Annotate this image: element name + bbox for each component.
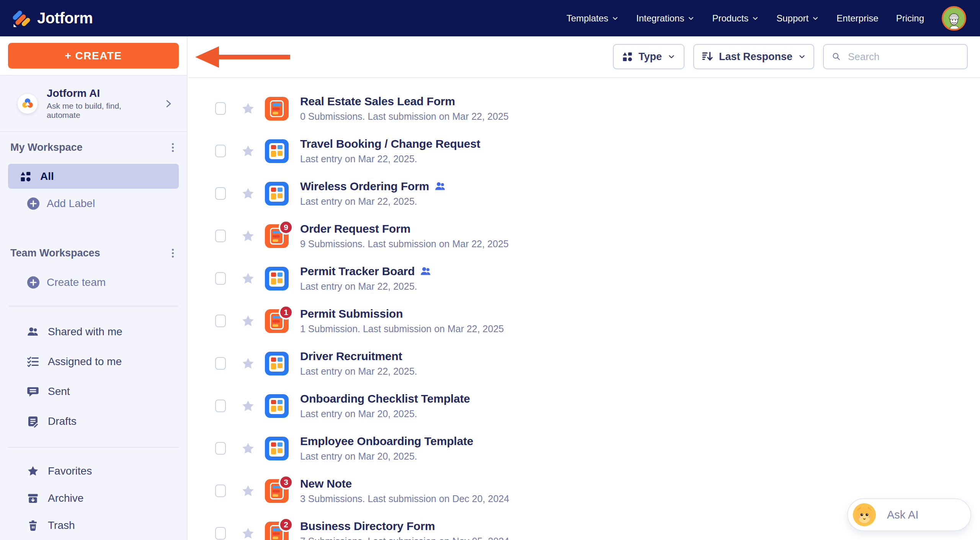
lion-mascot-icon: [853, 503, 876, 527]
form-title[interactable]: Travel Booking / Change Request: [300, 137, 480, 150]
sidebar-item-trash[interactable]: Trash: [27, 516, 75, 535]
form-row[interactable]: Real Estate Sales Lead Form 0 Submission…: [188, 87, 980, 130]
row-checkbox[interactable]: [215, 485, 226, 497]
sidebar-item-assigned-to-me[interactable]: Assigned to me: [27, 352, 122, 371]
people-icon: [27, 326, 39, 338]
form-row[interactable]: 9 Order Request Form 9 Submissions. Last…: [188, 215, 980, 257]
form-meta: Last entry on Mar 22, 2025.: [300, 153, 480, 165]
my-workspace-header: My Workspace: [10, 140, 175, 154]
sidebar-item-archive[interactable]: Archive: [27, 489, 83, 507]
create-section: + CREATE: [0, 36, 187, 76]
sidebar-item-sent[interactable]: Sent: [27, 382, 70, 401]
shapes-icon: [622, 51, 633, 62]
main-content: Type Last Response: [188, 36, 980, 540]
nav-enterprise[interactable]: Enterprise: [836, 13, 878, 24]
star-icon[interactable]: [241, 442, 255, 455]
nav-integrations[interactable]: Integrations: [636, 13, 694, 24]
sort-button[interactable]: Last Response: [693, 44, 814, 69]
form-row[interactable]: Onboarding Checklist Template Last entry…: [188, 385, 980, 427]
row-checkbox[interactable]: [215, 102, 226, 115]
chevron-down-icon: [668, 53, 675, 60]
form-meta: 7 Submissions. Last submission on Nov 05…: [300, 536, 509, 540]
form-title[interactable]: Permit Tracker Board: [300, 265, 415, 278]
sidebar-item-favorites[interactable]: Favorites: [27, 462, 92, 480]
chat-bubble-icon: [27, 385, 39, 398]
sidebar: + CREATE Jotform AI Ask me to build, fin…: [0, 36, 188, 540]
row-checkbox[interactable]: [215, 230, 226, 242]
user-avatar[interactable]: [942, 6, 966, 31]
star-icon[interactable]: [241, 229, 255, 243]
row-checkbox[interactable]: [215, 357, 226, 370]
star-icon[interactable]: [241, 399, 255, 413]
form-row[interactable]: Driver Recruitment Last entry on Mar 22,…: [188, 342, 980, 385]
sidebar-item-shared-with-me[interactable]: Shared with me: [27, 323, 122, 341]
nav-support[interactable]: Support: [776, 13, 819, 24]
shared-people-icon: [434, 181, 446, 192]
form-title[interactable]: Real Estate Sales Lead Form: [300, 95, 455, 108]
unread-badge: 1: [279, 305, 293, 320]
nav-products[interactable]: Products: [712, 13, 759, 24]
avatar-cartoon: [943, 8, 965, 29]
form-type-icon: 3: [265, 479, 289, 503]
row-checkbox[interactable]: [215, 442, 226, 455]
search-box[interactable]: [823, 44, 968, 69]
form-title[interactable]: Business Directory Form: [300, 520, 435, 533]
type-filter-button[interactable]: Type: [613, 44, 684, 69]
form-row[interactable]: Wireless Ordering Form Last entry on Mar…: [188, 172, 980, 215]
star-icon[interactable]: [241, 357, 255, 370]
teams-menu-kebab-icon[interactable]: [170, 247, 175, 259]
row-checkbox[interactable]: [215, 145, 226, 157]
form-title[interactable]: Driver Recruitment: [300, 350, 402, 363]
form-row[interactable]: Employee Onboarding Template Last entry …: [188, 427, 980, 470]
workspace-menu-kebab-icon[interactable]: [170, 142, 175, 153]
row-checkbox[interactable]: [215, 315, 226, 327]
form-title[interactable]: Wireless Ordering Form: [300, 180, 429, 193]
form-title[interactable]: Onboarding Checklist Template: [300, 392, 470, 405]
form-row[interactable]: Travel Booking / Change Request Last ent…: [188, 130, 980, 172]
ask-ai-button[interactable]: Ask AI: [847, 498, 971, 531]
document-pencil-icon: [27, 415, 39, 427]
form-row[interactable]: Permit Tracker Board Last entry on Mar 2…: [188, 257, 980, 300]
form-type-icon: [265, 267, 289, 290]
form-row[interactable]: 1 Permit Submission 1 Submission. Last s…: [188, 300, 980, 342]
star-icon[interactable]: [241, 484, 255, 498]
create-team-button[interactable]: Create team: [27, 273, 106, 292]
form-meta: Last entry on Mar 20, 2025.: [300, 451, 473, 462]
star-icon[interactable]: [241, 272, 255, 285]
star-icon[interactable]: [241, 187, 255, 201]
jotform-logo[interactable]: Jotform: [11, 8, 93, 28]
ai-card-title: Jotform AI: [47, 87, 154, 100]
form-title[interactable]: Order Request Form: [300, 222, 410, 235]
nav-pricing[interactable]: Pricing: [896, 13, 924, 24]
jotform-ai-card[interactable]: Jotform AI Ask me to build, find, automa…: [0, 76, 187, 132]
sidebar-item-drafts[interactable]: Drafts: [27, 412, 77, 431]
search-input[interactable]: [847, 51, 959, 63]
top-navbar: Jotform Templates Integrations Products …: [0, 0, 980, 36]
form-type-icon: [265, 437, 289, 460]
row-checkbox[interactable]: [215, 400, 226, 412]
unread-badge: 3: [279, 475, 293, 489]
sidebar-item-all[interactable]: All: [8, 164, 179, 189]
create-button[interactable]: + CREATE: [8, 43, 179, 69]
form-type-icon: 2: [265, 522, 289, 540]
form-title[interactable]: Permit Submission: [300, 307, 403, 320]
form-title[interactable]: Employee Onboarding Template: [300, 435, 473, 448]
form-type-icon: [265, 182, 289, 206]
star-icon[interactable]: [241, 527, 255, 540]
navbar-menu: Templates Integrations Products Support …: [567, 6, 966, 31]
row-checkbox[interactable]: [215, 527, 226, 540]
nav-templates[interactable]: Templates: [567, 13, 619, 24]
plus-circle-icon: [27, 276, 40, 289]
row-checkbox[interactable]: [215, 272, 226, 285]
list-toolbar: Type Last Response: [188, 36, 980, 78]
add-label-button[interactable]: Add Label: [27, 194, 95, 213]
chevron-down-icon: [798, 53, 806, 60]
row-checkbox[interactable]: [215, 187, 226, 200]
star-icon[interactable]: [241, 314, 255, 328]
star-icon[interactable]: [241, 144, 255, 158]
star-icon[interactable]: [241, 102, 255, 116]
trash-icon: [27, 519, 39, 532]
form-meta: Last entry on Mar 22, 2025.: [300, 281, 431, 292]
form-title[interactable]: New Note: [300, 477, 352, 490]
checklist-icon: [27, 356, 39, 368]
